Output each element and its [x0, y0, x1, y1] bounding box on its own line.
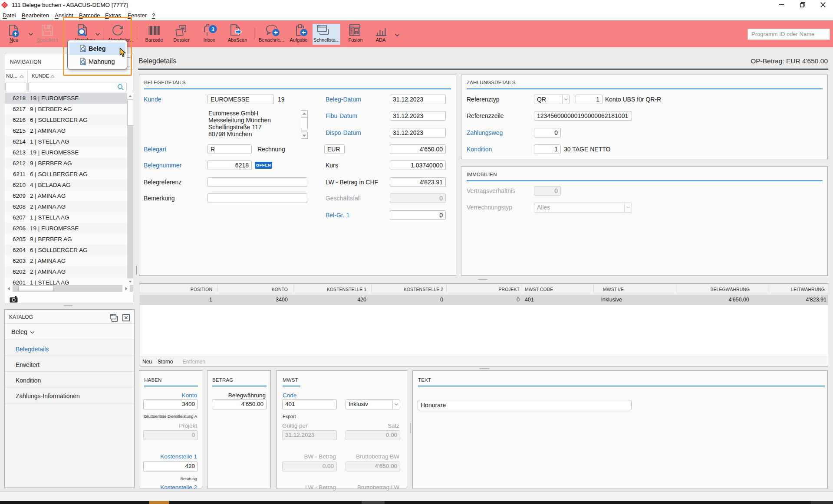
svg-text:3: 3 [211, 26, 214, 33]
